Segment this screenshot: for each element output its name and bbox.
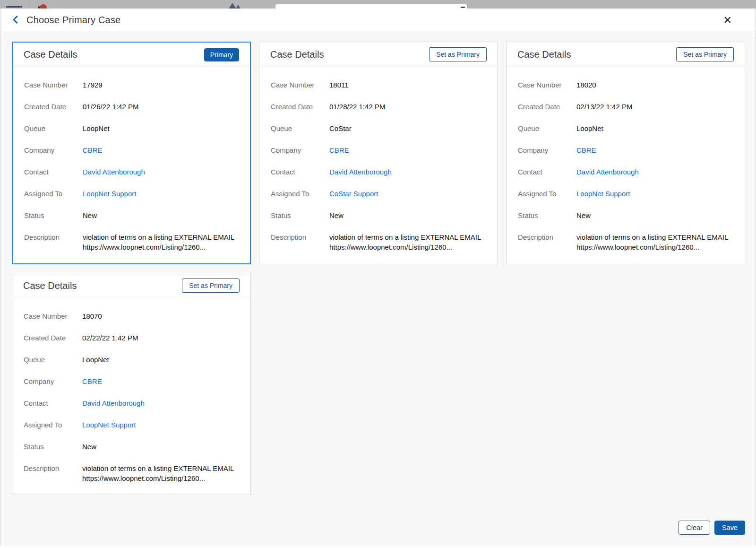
created-date-label: Created Date [24,102,83,112]
field-row: Created Date02/13/22 1:42 PM [518,102,733,112]
created-date-label: Created Date [518,102,576,112]
choose-primary-case-modal: Choose Primary Case ✕ Case Details Prima… [0,9,756,548]
contact-link[interactable]: David Attenborough [329,167,486,177]
field-row: CompanyCBRE [271,145,486,155]
background-browser-bar [0,0,756,9]
status-value: New [82,442,239,452]
case-card[interactable]: Case Details Primary Case Number17929Cre… [12,42,251,264]
primary-badge[interactable]: Primary [204,48,239,61]
back-button[interactable] [12,15,18,26]
field-row: QueueLoopNet [24,355,239,365]
background-tab-fragment [6,6,22,8]
company-link[interactable]: CBRE [82,376,239,386]
field-row: ContactDavid Attenborough [271,167,486,177]
field-row: ContactDavid Attenborough [24,398,239,408]
company-label: Company [24,376,82,386]
queue-label: Queue [518,123,576,133]
case-card[interactable]: Case Details Set as Primary Case Number1… [259,42,498,264]
case-card[interactable]: Case Details Set as Primary Case Number1… [506,42,745,264]
created-date-value: 01/28/22 1:42 PM [329,102,486,112]
mountains-logo-icon [228,3,241,9]
field-row: StatusNew [518,210,733,220]
field-row: Assigned ToLoopNet Support [24,189,239,199]
field-row: Descriptionviolation of terms on a listi… [518,232,733,252]
field-row: ContactDavid Attenborough [24,167,239,177]
case-number-label: Case Number [518,80,576,90]
assigned-to-link[interactable]: LoopNet Support [576,189,733,199]
field-row: StatusNew [24,210,239,220]
field-row: QueueLoopNet [24,123,239,133]
background-logo-icon [40,4,47,9]
case-number-value: 18011 [329,80,486,90]
field-row: Descriptionviolation of terms on a listi… [271,232,486,252]
field-row: Assigned ToLoopNet Support [518,189,733,199]
field-row: Created Date01/28/22 1:42 PM [271,102,486,112]
description-label: Description [518,232,576,242]
field-row: Case Number18070 [24,311,239,321]
queue-label: Queue [271,123,329,133]
modal-title: Choose Primary Case [26,15,120,26]
queue-value: LoopNet [82,355,239,365]
status-label: Status [518,210,576,220]
status-value: New [83,210,239,220]
background-divider [28,0,28,9]
queue-value: CoStar [329,123,486,133]
company-link[interactable]: CBRE [576,145,733,155]
assigned-to-link[interactable]: LoopNet Support [82,420,239,430]
description-value: violation of terms on a listing EXTERNAL… [329,232,486,252]
case-card[interactable]: Case Details Set as Primary Case Number1… [12,273,251,495]
company-label: Company [24,145,83,155]
card-title: Case Details [23,280,77,291]
close-button[interactable]: ✕ [723,15,732,26]
card-title: Case Details [24,49,77,60]
status-value: New [329,210,486,220]
assigned-to-label: Assigned To [271,189,329,199]
created-date-label: Created Date [24,333,82,343]
assigned-to-link[interactable]: CoStar Support [329,189,486,199]
company-link[interactable]: CBRE [329,145,486,155]
company-link[interactable]: CBRE [83,145,239,155]
status-label: Status [271,210,329,220]
field-row: Descriptionviolation of terms on a listi… [24,232,239,252]
case-number-label: Case Number [271,80,329,90]
card-header: Case Details Set as Primary [507,42,745,67]
description-label: Description [24,463,82,473]
chevron-left-icon [12,15,18,26]
modal-bottom-edge [0,546,756,548]
field-row: Created Date01/26/22 1:42 PM [24,102,239,112]
save-button[interactable]: Save [714,521,745,535]
created-date-value: 02/13/22 1:42 PM [576,102,733,112]
description-value: violation of terms on a listing EXTERNAL… [83,232,239,252]
set-as-primary-button[interactable]: Set as Primary [676,47,734,61]
clear-button[interactable]: Clear [679,521,710,535]
case-number-label: Case Number [24,80,83,90]
contact-label: Contact [518,167,576,177]
card-title: Case Details [517,49,571,60]
field-row: Descriptionviolation of terms on a listi… [24,463,239,483]
assigned-to-link[interactable]: LoopNet Support [83,189,239,199]
set-as-primary-button[interactable]: Set as Primary [182,278,240,293]
field-row: CompanyCBRE [24,145,239,155]
contact-label: Contact [24,167,83,177]
field-row: Assigned ToCoStar Support [271,189,486,199]
status-label: Status [24,210,83,220]
field-row: StatusNew [24,442,239,452]
cards-grid: Case Details Primary Case Number17929Cre… [12,42,745,495]
contact-link[interactable]: David Attenborough [82,398,239,408]
status-value: New [576,210,733,220]
status-label: Status [24,442,82,452]
background-searchbar-fragment [275,4,468,9]
company-label: Company [518,145,576,155]
queue-label: Queue [24,355,82,365]
set-as-primary-button[interactable]: Set as Primary [429,47,487,61]
card-header: Case Details Set as Primary [259,42,498,67]
contact-link[interactable]: David Attenborough [83,167,239,177]
created-date-label: Created Date [271,102,329,112]
modal-body: Case Details Primary Case Number17929Cre… [0,32,756,548]
contact-link[interactable]: David Attenborough [576,167,733,177]
field-row: QueueCoStar [271,123,486,133]
assigned-to-label: Assigned To [24,420,82,430]
modal-footer: Clear Save [12,500,745,535]
queue-value: LoopNet [576,123,733,133]
field-row: Case Number17929 [24,80,239,90]
